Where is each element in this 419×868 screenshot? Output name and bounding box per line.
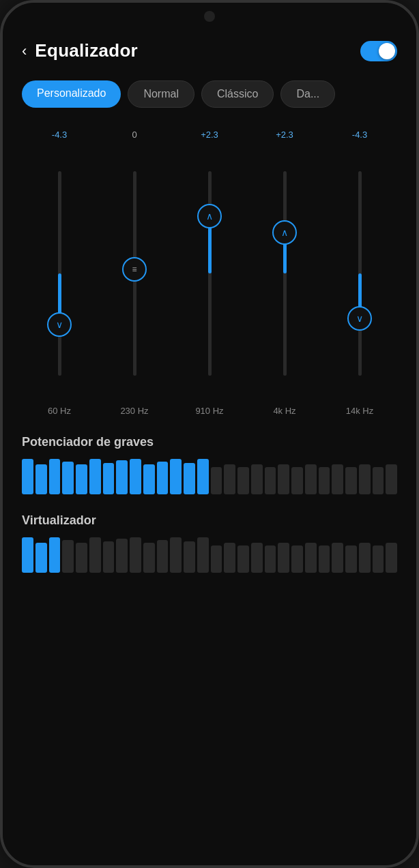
band-14khz-label: 14k Hz	[346, 406, 373, 416]
virt-bar-26	[373, 545, 384, 573]
tab-personalizado[interactable]: Personalizado	[22, 80, 121, 108]
virtualizer-section: Virtualizador	[22, 513, 397, 592]
virt-bar-12	[184, 541, 195, 573]
virt-bar-17	[251, 543, 263, 573]
virtualizer-title: Virtualizador	[22, 513, 397, 528]
band-14khz: -4.3 ∨ 14k Hz	[322, 130, 397, 416]
tabs-row: Personalizado Normal Clássico Da...	[22, 80, 397, 108]
band-60hz-handle[interactable]: ∨	[47, 312, 72, 337]
virt-bar-21	[305, 543, 317, 573]
band-60hz-track[interactable]: ∨	[58, 171, 61, 376]
phone-frame: ‹ Equalizador Personalizado Normal Cláss…	[0, 0, 419, 868]
toggle-knob	[379, 43, 395, 59]
virt-bar-8	[130, 537, 141, 573]
band-14khz-value: -4.3	[352, 130, 367, 142]
virt-bar-11	[170, 537, 182, 573]
page-title: Equalizador	[35, 40, 138, 61]
band-230hz-label: 230 Hz	[120, 406, 148, 416]
equals-icon: ≡	[132, 265, 136, 273]
bass-booster-section: Potenciador de graves	[22, 435, 397, 513]
tab-da[interactable]: Da...	[280, 80, 335, 108]
chevron-down-icon: ∨	[56, 320, 63, 329]
virt-bar-1	[35, 543, 47, 573]
virt-bar-4	[76, 543, 87, 573]
band-230hz-value: 0	[132, 130, 136, 142]
virt-bar-10	[157, 540, 169, 573]
band-910hz-track[interactable]: ∧	[208, 171, 212, 376]
virt-bar-20	[291, 545, 303, 573]
back-button[interactable]: ‹	[22, 42, 27, 60]
band-60hz-value: -4.3	[52, 130, 67, 142]
band-14khz-track[interactable]: ∨	[358, 171, 362, 376]
phone-notch	[204, 11, 215, 22]
virt-bar-6	[103, 541, 115, 573]
band-910hz-handle[interactable]: ∧	[197, 204, 222, 228]
header: ‹ Equalizador	[22, 40, 397, 61]
band-4khz-value: +2.3	[276, 130, 293, 142]
screen: ‹ Equalizador Personalizado Normal Cláss…	[3, 3, 416, 865]
bass-bar-9	[143, 464, 155, 494]
bass-bar-10	[157, 462, 169, 494]
band-910hz: +2.3 ∧ 910 Hz	[172, 130, 247, 416]
virt-bar-0	[22, 537, 33, 573]
band-4khz-handle[interactable]: ∧	[272, 220, 297, 245]
band-910hz-label: 910 Hz	[195, 406, 223, 416]
virt-bar-27	[386, 543, 397, 573]
virt-bar-18	[265, 545, 276, 573]
bass-bar-16	[237, 467, 249, 494]
virt-bar-15	[224, 543, 235, 573]
virt-bar-19	[278, 543, 289, 573]
bass-bar-22	[319, 467, 330, 494]
tab-normal[interactable]: Normal	[128, 80, 194, 108]
chevron-up-icon-2: ∧	[281, 228, 288, 237]
bass-bar-2	[49, 459, 61, 494]
band-230hz-handle[interactable]: ≡	[122, 257, 147, 282]
bass-bar-18	[265, 467, 276, 494]
band-4khz: +2.3 ∧ 4k Hz	[247, 130, 322, 416]
band-230hz: 0 ≡ 230 Hz	[97, 130, 172, 416]
virt-bar-22	[319, 545, 330, 573]
tab-classico[interactable]: Clássico	[201, 80, 274, 108]
virt-bar-2	[49, 537, 61, 573]
bass-bar-7	[116, 460, 128, 494]
bass-bar-4	[76, 464, 87, 494]
band-910hz-value: +2.3	[201, 130, 218, 142]
bass-bar-24	[345, 467, 357, 494]
equalizer-toggle[interactable]	[360, 41, 397, 61]
virtualizer-slider[interactable]	[22, 537, 397, 573]
bass-booster-slider[interactable]	[22, 459, 397, 494]
bass-bar-19	[278, 464, 289, 494]
virt-bar-24	[345, 545, 357, 573]
bass-bar-8	[130, 459, 141, 494]
bass-bar-6	[103, 463, 115, 494]
virt-bar-5	[89, 537, 101, 573]
band-60hz: -4.3 ∨ 60 Hz	[22, 130, 97, 416]
virt-bar-9	[143, 543, 155, 573]
band-4khz-track[interactable]: ∧	[283, 171, 287, 376]
bass-bar-23	[332, 464, 343, 494]
bass-bar-13	[197, 459, 209, 494]
bass-bar-25	[359, 464, 371, 494]
bass-bar-1	[35, 464, 47, 494]
band-4khz-label: 4k Hz	[273, 406, 295, 416]
bass-bar-17	[251, 464, 263, 494]
band-230hz-track[interactable]: ≡	[133, 171, 136, 376]
bass-bar-20	[291, 467, 303, 494]
band-60hz-label: 60 Hz	[48, 406, 71, 416]
equalizer-sliders: -4.3 ∨ 60 Hz 0	[22, 130, 397, 416]
chevron-down-icon-2: ∨	[356, 314, 363, 323]
bass-bar-12	[184, 463, 195, 494]
bass-booster-title: Potenciador de graves	[22, 435, 397, 449]
virt-bar-3	[62, 540, 74, 573]
virt-bar-13	[197, 537, 209, 573]
band-14khz-handle[interactable]: ∨	[347, 306, 372, 331]
bass-bar-3	[62, 462, 74, 494]
virt-bar-25	[359, 543, 371, 573]
virt-bar-14	[211, 545, 222, 573]
bass-bar-0	[22, 459, 33, 494]
virt-bar-23	[332, 543, 343, 573]
virt-bar-16	[237, 545, 249, 573]
bass-bar-11	[170, 459, 182, 494]
chevron-up-icon: ∧	[206, 211, 213, 221]
bass-bar-26	[373, 467, 384, 494]
